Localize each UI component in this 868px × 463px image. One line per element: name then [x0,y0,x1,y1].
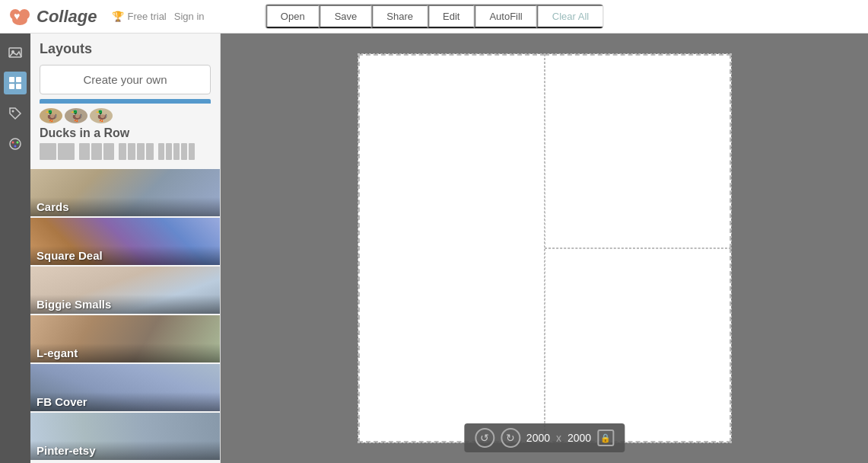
dimension-separator: x [556,432,561,444]
bottom-bar: ↺ ↻ 2000 x 2000 🔒 [464,423,625,452]
canvas-cell-right-bottom[interactable] [545,248,731,442]
svg-point-10 [12,110,14,113]
layout-4col[interactable] [119,143,154,160]
category-l-egant[interactable]: L-egant [30,315,220,362]
collage-canvas[interactable] [358,54,731,442]
trophy-icon: 🏆 [112,11,124,22]
category-fb-cover[interactable]: FB Cover [30,364,220,411]
icon-rail [0,34,30,463]
category-cards[interactable]: Cards [30,169,220,216]
svg-rect-8 [9,84,14,89]
clear-all-button[interactable]: Clear All [537,5,603,28]
layout-2col[interactable] [40,143,75,160]
sidebar: Layouts Create your own 🦆 🦆 🦆 Ducks in a… [30,34,221,463]
svg-point-13 [17,142,19,144]
category-pinter-etsy-label: Pinter-etsy [30,441,220,460]
canvas-height: 2000 [568,432,591,444]
canvas-cell-left[interactable] [358,54,545,442]
main: Layouts Create your own 🦆 🦆 🦆 Ducks in a… [0,34,868,463]
category-cards-label: Cards [30,197,220,216]
open-button[interactable]: Open [265,5,320,28]
edit-button[interactable]: Edit [428,5,474,28]
svg-rect-6 [9,77,14,82]
sign-in-link[interactable]: Sign in [174,11,205,22]
duck-preview-icon: 🦆 [40,108,62,123]
free-trial-link[interactable]: 🏆 Free trial [112,11,166,22]
logo-icon: ♥ [8,5,32,29]
category-square-deal-label: Square Deal [30,246,220,265]
lock-icon[interactable]: 🔒 [597,429,614,446]
photo-icon[interactable] [4,41,27,64]
top-nav: 🏆 Free trial Sign in [112,11,204,22]
category-pinter-etsy[interactable]: Pinter-etsy [30,413,220,460]
category-biggie-smalls[interactable]: Biggie Smalls [30,267,220,314]
category-biggie-smalls-label: Biggie Smalls [30,295,220,314]
rotate-left-button[interactable]: ↺ [475,428,494,448]
category-square-deal[interactable]: Square Deal [30,218,220,265]
palette-icon[interactable] [4,133,27,155]
svg-rect-7 [16,77,21,82]
autofill-button[interactable]: AutoFill [474,5,536,28]
duck-preview-icon: 🦆 [90,108,113,123]
canvas-width: 2000 [526,432,550,444]
topbar: ♥ Collage 🏆 Free trial Sign in Open Save… [0,0,868,34]
svg-point-12 [12,142,14,144]
share-button[interactable]: Share [371,5,428,28]
svg-text:♥: ♥ [14,10,20,22]
ducks-layouts [40,143,211,164]
rotate-right-button[interactable]: ↻ [501,428,520,448]
duck-preview-icon: 🦆 [65,108,87,123]
layout-3col[interactable] [79,143,114,160]
ducks-header-bar [40,99,211,104]
save-button[interactable]: Save [320,5,372,28]
tag-icon[interactable] [4,102,27,125]
toolbar: Open Save Share Edit AutoFill Clear All [265,4,603,29]
category-l-egant-label: L-egant [30,343,220,362]
svg-rect-9 [16,84,21,89]
layout-5col[interactable] [158,143,195,160]
sidebar-scroll[interactable]: Cards Square Deal Biggie Smalls L-egant … [30,169,220,463]
svg-point-11 [10,139,21,149]
create-own-button[interactable]: Create your own [40,65,211,94]
sidebar-header: Layouts [30,34,220,62]
ducks-title: Ducks in a Row [40,126,211,140]
category-fb-cover-label: FB Cover [30,392,220,411]
ducks-section: 🦆 🦆 🦆 Ducks in a Row [30,99,220,169]
logo-area: ♥ Collage [8,5,97,29]
svg-point-14 [14,145,17,148]
canvas-area: ↺ ↻ 2000 x 2000 🔒 [221,34,868,463]
canvas-col-right [545,54,731,442]
logo-text: Collage [37,7,97,27]
layout-icon[interactable] [4,72,27,94]
canvas-cell-right-top[interactable] [545,54,731,248]
